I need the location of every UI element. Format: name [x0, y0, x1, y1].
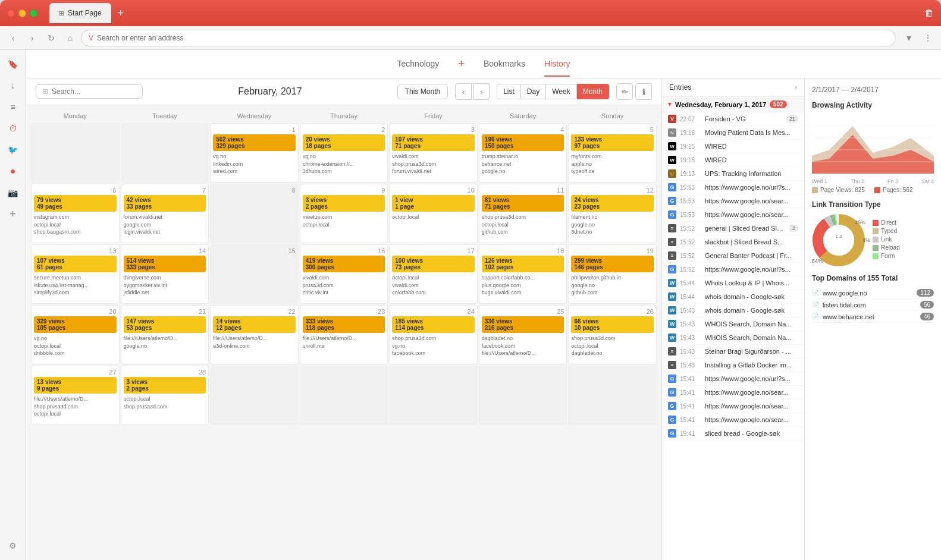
calendar-day-10[interactable]: 10 1 view1 page octopi.local [389, 184, 478, 243]
list-item[interactable]: ≡ 15:52 slackbot | Sliced Bread S... [662, 235, 804, 249]
list-item[interactable]: ≡ 15:52 General Banter Podcast | Fr... [662, 249, 804, 263]
view-list-button[interactable]: List [497, 84, 521, 99]
list-item[interactable]: V 22:07 Forsiden - VG 21 [662, 112, 804, 126]
calendar-day-5[interactable]: 5 133 views97 pages myfonts.comapple.not… [568, 123, 657, 183]
entry-title: https://www.google.no/url?s... [705, 375, 798, 382]
close-button[interactable] [7, 10, 15, 17]
calendar-day-19[interactable]: 19 299 views146 pages philipwalton.githu… [568, 244, 657, 304]
calendar-day-20[interactable]: 20 329 views105 pages vg.nooctopi.locald… [31, 305, 120, 364]
calendar-day-14[interactable]: 14 514 views333 pages thingiverse.combyg… [121, 244, 209, 304]
calendar-day-4[interactable]: 4 196 views150 pages trump.steinar.iobeh… [479, 123, 567, 183]
domain-item-google[interactable]: 📄 www.google.no 112 [812, 287, 934, 299]
list-item[interactable]: G 15:52 https://www.google.no/url?s... [662, 263, 804, 276]
tab-history[interactable]: History [544, 52, 570, 77]
add-tab-button[interactable]: + [458, 58, 465, 70]
settings-menu-button[interactable]: ⋮ [920, 30, 936, 46]
forward-button[interactable]: › [24, 30, 40, 46]
calendar-day-25[interactable]: 25 336 views216 pages dagbladet.nofacebo… [479, 305, 567, 364]
calendar-day-24[interactable]: 24 185 views114 pages shop.prusa3d.comvg… [389, 305, 478, 364]
edit-icon-button[interactable]: ✏ [616, 83, 633, 100]
prev-month-button[interactable]: ‹ [455, 83, 472, 100]
calendar-day-6[interactable]: 6 79 views49 pages instagram.comoctopi.l… [31, 184, 120, 243]
sidebar-icon-downloads[interactable]: ↓ [4, 76, 23, 95]
tab-technology[interactable]: Technology [397, 52, 440, 77]
calendar-day-26[interactable]: 26 66 views10 pages shop.prusa3d.comocto… [568, 305, 657, 364]
entries-chevron[interactable]: › [795, 83, 797, 92]
view-week-button[interactable]: Week [546, 84, 576, 99]
domain-name: listen.tidal.com [823, 301, 917, 309]
list-item[interactable]: W 15:43 whois domain - Google-søk [662, 304, 804, 317]
back-button[interactable]: ‹ [5, 30, 21, 46]
list-item[interactable]: N 19:16 Moving Patient Data Is Mes... [662, 126, 804, 140]
list-item[interactable]: W 19:15 WIRED [662, 153, 804, 167]
calendar-day-12[interactable]: 12 24 views23 pages filament.nogoogle.no… [568, 184, 657, 243]
calendar-day-2[interactable]: 2 20 views18 pages vg.nochrome-extension… [300, 123, 388, 183]
list-item[interactable]: W 15:43 WHOIS Search, Domain Na... [662, 317, 804, 331]
calendar-day-7[interactable]: 7 42 views33 pages forum.vivaldi.netgoog… [121, 184, 209, 243]
reload-button[interactable]: ↻ [43, 30, 59, 46]
list-item[interactable]: G 15:41 https://www.google.no/url?s... [662, 372, 804, 386]
calendar-day-11[interactable]: 11 81 views71 pages shop.prusa3d.comocto… [479, 184, 567, 243]
list-item[interactable]: W 19:15 WIRED [662, 140, 804, 153]
legend-color-pageviews [812, 187, 818, 193]
calendar-day-28[interactable]: 28 3 views2 pages octopi.localshop.prusa… [121, 366, 209, 425]
entry-time: 15:52 [680, 239, 701, 246]
entry-favicon: ≡ [668, 238, 676, 246]
list-item[interactable]: G 15:41 https://www.google.no/sear... [662, 413, 804, 427]
calendar-day-9[interactable]: 9 3 views2 pages meetup.comoctopi.local [300, 184, 388, 243]
sidebar-icon-history[interactable]: ⏱ [4, 119, 23, 138]
view-day-button[interactable]: Day [521, 84, 546, 99]
trash-icon[interactable]: 🗑 [924, 8, 934, 18]
list-item[interactable]: ≡ 15:43 Installing a Gitlab Docker im... [662, 358, 804, 372]
domain-item-tidal[interactable]: 📄 listen.tidal.com 56 [812, 299, 934, 311]
entry-favicon: W [668, 142, 676, 150]
info-icon-button[interactable]: ℹ [635, 83, 652, 100]
search-input[interactable] [52, 87, 136, 96]
list-item[interactable]: G 15:41 sliced bread - Google-søk [662, 427, 804, 441]
list-item[interactable]: G 15:53 https://www.google.no/sear... [662, 208, 804, 222]
maximize-button[interactable] [30, 10, 37, 17]
tab-bookmarks[interactable]: Bookmarks [484, 52, 525, 77]
sidebar-icon-add[interactable]: + [4, 205, 23, 224]
new-tab-button[interactable]: + [114, 6, 128, 20]
list-item[interactable]: G 15:53 https://www.google.no/url?s... [662, 181, 804, 194]
list-item[interactable]: W 15:43 WHOIS Search, Domain Na... [662, 331, 804, 345]
sidebar-icon-notes[interactable]: ≡ [4, 97, 23, 117]
collapse-icon[interactable]: ▾ [668, 100, 672, 108]
calendar-day-13[interactable]: 13 107 views61 pages secure.meetup.comis… [31, 244, 120, 304]
calendar-day-21[interactable]: 21 147 views53 pages file:///Users/atlem… [121, 305, 209, 364]
calendar-day-3[interactable]: 3 107 views71 pages vivaldi.comshop.prus… [389, 123, 478, 183]
home-button[interactable]: ⌂ [62, 30, 79, 46]
page-menu-button[interactable]: ▾ [901, 30, 917, 46]
view-month-button[interactable]: Month [577, 84, 609, 99]
active-tab[interactable]: ⊞ Start Page [49, 3, 111, 23]
calendar-day-27[interactable]: 27 13 views9 pages file:///Users/atlemo/… [31, 366, 120, 425]
sidebar-icon-instagram[interactable]: 📷 [4, 183, 23, 202]
list-item[interactable]: U 19:13 UPS: Tracking Information [662, 167, 804, 181]
sidebar-icon-bookmarks[interactable]: 🔖 [4, 55, 23, 74]
list-item[interactable]: ≡ 15:43 Steinar Bragi Sigurðarson - ... [662, 345, 804, 358]
this-month-button[interactable]: This Month [397, 84, 448, 99]
sidebar-icon-twitter[interactable]: 🐦 [4, 140, 23, 159]
search-box[interactable]: ⊞ [36, 84, 143, 99]
day-header-thu: Thursday [300, 110, 388, 122]
calendar-day-16[interactable]: 16 419 views300 pages vivaldi.comprusa3d… [300, 244, 388, 304]
list-item[interactable]: ≡ 15:52 general | Sliced Bread Sla... 2 [662, 222, 804, 235]
sidebar-icon-app[interactable]: ● [4, 162, 23, 181]
list-item[interactable]: W 15:44 whois domain - Google-søk [662, 290, 804, 304]
calendar-week-5: 27 13 views9 pages file:///Users/atlemo/… [31, 366, 657, 425]
domain-item-behance[interactable]: 📄 www.behance.net 46 [812, 311, 934, 323]
list-item[interactable]: G 15:53 https://www.google.no/sear... [662, 194, 804, 208]
calendar-day-23[interactable]: 23 333 views118 pages file:///Users/atle… [300, 305, 388, 364]
sidebar-icon-settings[interactable]: ⚙ [4, 536, 23, 555]
next-month-button[interactable]: › [473, 83, 490, 100]
address-bar[interactable]: V Search or enter an address [81, 30, 896, 46]
list-item[interactable]: W 15:44 Whois Lookup & IP | Whois... [662, 276, 804, 290]
list-item[interactable]: G 15:41 https://www.google.no/sear... [662, 399, 804, 413]
calendar-day-1[interactable]: 1 502 views329 pages vg.nolinkedin.comwi… [210, 123, 299, 183]
minimize-button[interactable] [18, 10, 26, 17]
calendar-day-22[interactable]: 22 14 views12 pages file:///Users/atlemo… [210, 305, 299, 364]
calendar-day-18[interactable]: 18 126 views102 pages support.colorfabb.… [479, 244, 567, 304]
calendar-day-17[interactable]: 17 100 views73 pages octopi.localvivaldi… [389, 244, 478, 304]
list-item[interactable]: G 15:41 https://www.google.no/sear... [662, 386, 804, 399]
